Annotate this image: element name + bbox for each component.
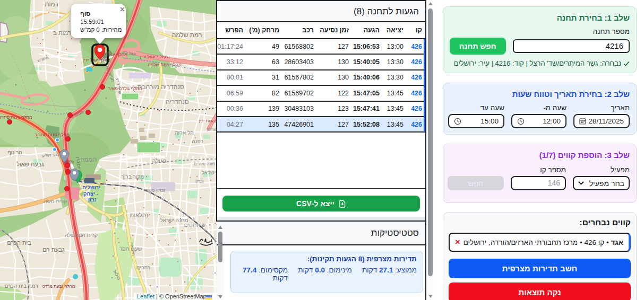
svg-text:סוף: סוף — [80, 11, 90, 17]
svg-text:איילון: איילון — [207, 127, 216, 132]
svg-text:דפנה: דפנה — [192, 138, 203, 144]
svg-text:ירושלים: ירושלים — [82, 184, 100, 190]
svg-text:מהירות: 0 קמ"ש: מהירות: 0 קמ"ש — [80, 27, 122, 33]
svg-text:נבון: נבון — [88, 197, 97, 202]
svg-text:15:59:01: 15:59:01 — [80, 19, 104, 25]
svg-text:מחלף גינות סחרוב: מחלף גינות סחרוב — [0, 114, 32, 120]
svg-text:Leaflet: Leaflet — [137, 293, 154, 299]
svg-text:תל ארזה: תל ארזה — [175, 130, 194, 136]
svg-text:גאולה: גאולה — [152, 158, 167, 164]
svg-text:מחלף גינות סחרוב: מחלף גינות סחרוב — [35, 132, 70, 137]
svg-text:גבעת שאול: גבעת שאול — [16, 161, 44, 167]
svg-text:רחביה: רחביה — [136, 264, 150, 270]
svg-text:סנהדריה: סנהדריה — [166, 98, 189, 105]
svg-text:מנהרות ידין: מנהרות ידין — [199, 119, 217, 123]
svg-text:בית הכרם: בית הכרם — [7, 240, 31, 246]
svg-text:נחלאות: נחלאות — [130, 212, 149, 218]
svg-text:מחלף גולדה מאיר: מחלף גולדה מאיר — [108, 86, 142, 91]
svg-text:מחלף רמת שלמה: מחלף רמת שלמה — [148, 62, 182, 67]
svg-text:מאה שערים: מאה שערים — [194, 162, 215, 166]
svg-text:זכרון משה: זכרון משה — [145, 188, 165, 193]
svg-text:קרית הממשלה: קרית הממשלה — [65, 232, 98, 238]
svg-text:ש הרוסים: ש הרוסים — [184, 222, 205, 228]
svg-text:ית ישראל: ית ישראל — [202, 170, 217, 175]
svg-text:רמות: רמות — [45, 1, 58, 8]
svg-text:זכרון: זכרון — [195, 179, 203, 184]
svg-text:גבעת רם: גבעת רם — [42, 246, 64, 253]
svg-text:מקור ברוך: מקור ברוך — [122, 174, 144, 180]
svg-text:רמת בית הכרם: רמת בית הכרם — [4, 283, 38, 289]
svg-text:רמות ב': רמות ב' — [53, 30, 72, 36]
svg-text:‏- יצחק: ‏- יצחק — [83, 191, 98, 197]
svg-text:מחלף גבעת מרדכי: מחלף גבעת מרדכי — [42, 284, 75, 289]
svg-text:הר נוף: הר נוף — [7, 149, 22, 155]
svg-text:קרית משה: קרית משה — [44, 198, 67, 204]
svg-text:| © OpenStreetMap: | © OpenStreetMap — [156, 293, 207, 299]
svg-text:רמת שלמה: רמת שלמה — [172, 31, 202, 39]
svg-text:רוממה: רוממה — [81, 156, 97, 163]
svg-text:מחלף יגאל ידין: מחלף יגאל ידין — [140, 54, 168, 59]
svg-text:סנהדריה מורחבת: סנהדריה מורחבת — [138, 83, 184, 91]
